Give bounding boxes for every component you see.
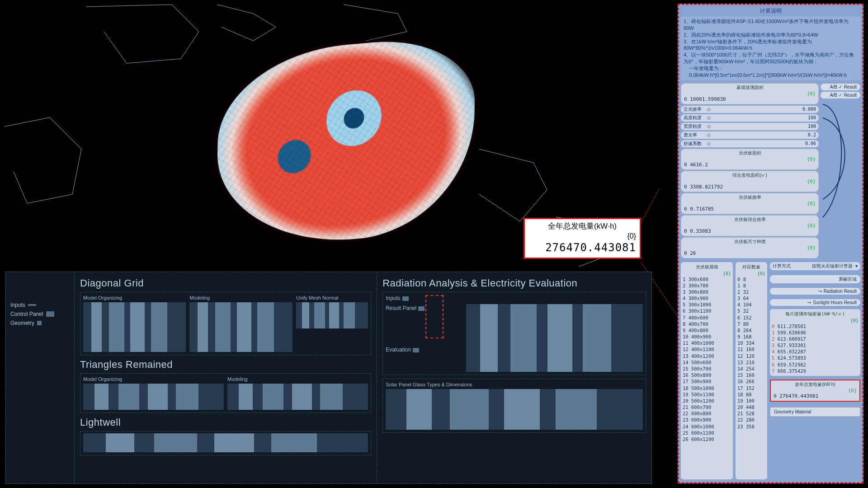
readout-glass-area: 幕墙玻璃面积 {0} 0 10001.590830 bbox=[681, 83, 819, 104]
node-cluster[interactable] bbox=[296, 302, 368, 328]
geometry-material-button[interactable]: Geometry Material bbox=[770, 407, 860, 417]
legend-inputs: Inputs bbox=[10, 302, 70, 308]
triangles-remained-title: Triangles Remained bbox=[80, 359, 371, 371]
result-button[interactable]: A/B ✓Result bbox=[821, 84, 860, 90]
inspector-panel[interactable]: 计算说明 1、碲化镉标准薄膜组件ASP-S1-80在1000W/m²条件下每片组… bbox=[678, 4, 863, 483]
modeling-label: Modeling bbox=[189, 295, 292, 300]
annual-generation-callout: 全年总发电量(kW·h) {0} 276470.443081 bbox=[524, 218, 641, 259]
result-panel-highlight bbox=[425, 295, 443, 338]
callout-index: {0} bbox=[528, 231, 636, 241]
node-cluster[interactable] bbox=[83, 302, 186, 352]
radiation-result-button[interactable]: ↪ Radiation Result bbox=[770, 288, 860, 295]
node-cluster[interactable] bbox=[227, 384, 368, 410]
pv-quantity-table[interactable]: 对应数量 {0} 0 81 82 323 644 1045 326 1527 8… bbox=[736, 262, 767, 479]
callout-title: 全年总发电量(kW·h) bbox=[528, 221, 636, 231]
radiation-per-panel-table[interactable]: 每片玻璃年辐射量(kW·h/㎡) {0} 0 611.2785811 599.6… bbox=[770, 309, 860, 376]
node-cluster[interactable] bbox=[189, 302, 292, 352]
radiation-analysis-title: Radiation Analysis & Electricity Evaluat… bbox=[382, 277, 646, 289]
inspector-title: 计算说明 bbox=[681, 6, 860, 16]
lightwell-title: Lightwell bbox=[80, 417, 371, 428]
pv-dimension-table[interactable]: 光伏板规格 {0} 1 300x6002 300x7003 300x8004 3… bbox=[681, 262, 733, 479]
solar-panel-types-label: Solar Panel Glass Types & Dimensions bbox=[386, 382, 643, 387]
legend-control-panel: Control Panel bbox=[10, 311, 70, 317]
node-cluster[interactable] bbox=[83, 384, 224, 410]
callout-value: 276470.443081 bbox=[528, 241, 636, 254]
readout-pv-area: 光伏板面积 {0} 0 4616.2 bbox=[681, 149, 819, 170]
definition-overview-panel[interactable]: Inputs Control Panel Geometry Diagonal G… bbox=[5, 272, 652, 484]
readout-pv-combined-eff: 光伏板综合效率 {0} 0 0.33083 bbox=[681, 215, 819, 236]
legend-panel: Inputs Control Panel Geometry bbox=[6, 272, 75, 483]
node-cluster[interactable] bbox=[83, 433, 368, 452]
calculation-notes: 1、碲化镉标准薄膜组件ASP-S1-80在1000W/m²条件下每片组件发电功率… bbox=[681, 16, 860, 80]
wire-connections-icon bbox=[821, 100, 859, 235]
node-cluster[interactable] bbox=[386, 389, 643, 430]
result-button[interactable]: A/B ✓Result bbox=[821, 92, 860, 99]
model-organizing-label: Model Organizing bbox=[83, 376, 224, 382]
readout-pv-dim-types: 光伏板尺寸种类 {0} 0 26 bbox=[681, 237, 819, 258]
slider-transmittance[interactable]: 透光率◇0.2 bbox=[681, 131, 819, 139]
node-cluster[interactable] bbox=[466, 304, 643, 372]
slider-height-resolution[interactable]: 高度精度◇100 bbox=[681, 114, 819, 122]
evaluation-label: Evaluation bbox=[386, 347, 462, 353]
result-panel-label: Result Panel bbox=[386, 305, 462, 311]
mask-area-button[interactable]: 屏蔽区域 bbox=[770, 275, 860, 283]
slider-width-resolution[interactable]: 宽度精度◇100 bbox=[681, 123, 819, 130]
slider-luminous-efficiency[interactable]: 泛光效率◇0.000 bbox=[681, 106, 819, 113]
readout-pv-efficiency: 光伏板效率 {0} 0 0.716785 bbox=[681, 193, 819, 214]
model-organizing-label: Model Organizing bbox=[83, 295, 186, 300]
annual-generation-readout: 全年总发电量(kW·h) {0} 0 276470.443081 bbox=[770, 380, 860, 402]
diagonal-grid-title: Diagonal Grid bbox=[80, 277, 371, 289]
sunlight-hours-result-button[interactable]: ↪ Sunlight Hours Result bbox=[770, 299, 860, 306]
unify-mesh-normal-label: Unify Mesh Normal bbox=[296, 295, 368, 300]
readout-generation-area: 综合发电面积(㎡) {0} 0 3308.821792 bbox=[681, 171, 819, 192]
inputs-label: Inputs bbox=[386, 295, 643, 301]
legend-geometry: Geometry bbox=[10, 320, 70, 326]
modeling-label: Modeling bbox=[227, 376, 368, 382]
slider-reduction-coeff[interactable]: 折减系数◇0.06 bbox=[681, 140, 819, 147]
calc-method-selector[interactable]: 计算方式 按照火石辐射计算器▾ bbox=[770, 262, 860, 270]
